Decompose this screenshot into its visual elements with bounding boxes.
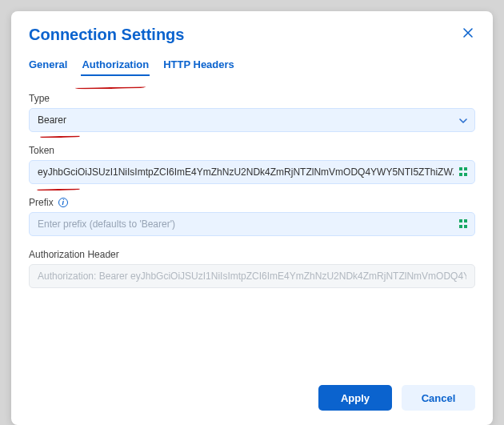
field-type: Type Bearer bbox=[29, 93, 475, 132]
token-input[interactable] bbox=[29, 160, 475, 184]
svg-rect-1 bbox=[464, 167, 467, 170]
cancel-button[interactable]: Cancel bbox=[402, 385, 475, 411]
svg-rect-4 bbox=[459, 219, 462, 223]
prefix-label: Prefix i bbox=[29, 197, 475, 208]
svg-rect-0 bbox=[459, 167, 462, 170]
svg-rect-2 bbox=[459, 173, 462, 176]
field-prefix: Prefix i bbox=[29, 197, 475, 236]
svg-rect-6 bbox=[459, 225, 462, 228]
svg-rect-5 bbox=[464, 219, 467, 223]
prefix-label-text: Prefix bbox=[29, 197, 54, 208]
annotation-underline bbox=[75, 85, 146, 90]
dialog-header: Connection Settings bbox=[29, 26, 475, 44]
auth-header-display bbox=[29, 264, 475, 288]
prefix-input[interactable] bbox=[29, 212, 475, 236]
type-label: Type bbox=[29, 93, 475, 104]
svg-rect-7 bbox=[464, 225, 467, 228]
tab-http-headers[interactable]: HTTP Headers bbox=[163, 58, 234, 75]
field-auth-header: Authorization Header bbox=[29, 249, 475, 288]
env-variables-icon[interactable] bbox=[459, 219, 469, 230]
info-icon[interactable]: i bbox=[58, 198, 68, 207]
auth-header-label: Authorization Header bbox=[29, 249, 475, 260]
field-token: Token bbox=[29, 145, 475, 184]
env-variables-icon[interactable] bbox=[459, 166, 469, 178]
tabs: General Authorization HTTP Headers bbox=[29, 58, 475, 75]
connection-settings-dialog: Connection Settings General Authorizatio… bbox=[11, 11, 493, 425]
form-body: Type Bearer Token bbox=[29, 93, 475, 377]
token-label: Token bbox=[29, 145, 475, 156]
tab-authorization[interactable]: Authorization bbox=[82, 58, 149, 75]
close-icon[interactable] bbox=[461, 26, 475, 42]
tab-general[interactable]: General bbox=[29, 58, 67, 75]
dialog-title: Connection Settings bbox=[29, 26, 184, 44]
type-select[interactable]: Bearer bbox=[29, 108, 475, 132]
dialog-footer: Apply Cancel bbox=[29, 377, 475, 417]
svg-rect-3 bbox=[464, 173, 467, 176]
apply-button[interactable]: Apply bbox=[318, 385, 392, 411]
